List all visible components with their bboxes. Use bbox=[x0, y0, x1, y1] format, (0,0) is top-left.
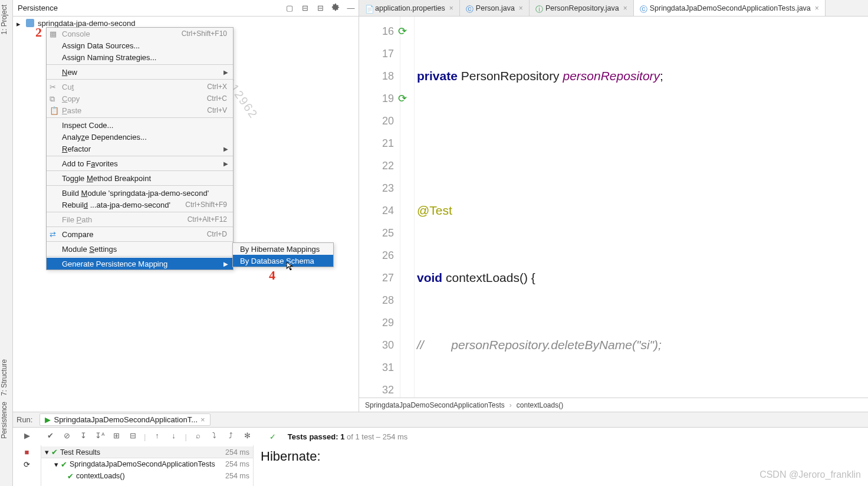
menu-item-assign-naming-strategies[interactable]: Assign Naming Strategies... bbox=[47, 51, 233, 63]
menu-separator bbox=[47, 156, 233, 156]
play-icon: ▶ bbox=[45, 415, 51, 424]
run-title-label: Run: bbox=[17, 415, 32, 424]
expander-icon[interactable]: ▸ bbox=[17, 19, 24, 27]
run-gutter-icon[interactable]: ⟳ bbox=[398, 20, 407, 42]
close-icon[interactable]: × bbox=[449, 4, 453, 12]
status-check-icon: ✓ bbox=[269, 432, 276, 441]
tree-node-class[interactable]: ▾✔SpringdataJpaDemoSecondApplicationTest… bbox=[41, 458, 253, 470]
persistence-toolwin-button[interactable]: Persistence bbox=[0, 402, 8, 439]
stop-button[interactable]: ■ bbox=[25, 448, 29, 457]
menu-item-paste[interactable]: 📋PasteCtrl+V bbox=[47, 104, 233, 116]
persistence-title: Persistence bbox=[18, 4, 282, 12]
console-output[interactable]: Hibernate: bbox=[254, 445, 868, 486]
menu-item-build-module[interactable]: Build Module 'springdata-jpa-demo-second… bbox=[47, 187, 233, 199]
test-history-button[interactable]: ⌕ bbox=[193, 431, 203, 442]
menu-item-cut[interactable]: ✂CutCtrl+X bbox=[47, 81, 233, 93]
collapse-all-button[interactable]: ⊟ bbox=[127, 431, 138, 442]
java-interface-icon: ⓘ bbox=[535, 5, 542, 12]
tab-personrepository-java[interactable]: ⓘPersonRepository.java× bbox=[530, 0, 634, 16]
dump-threads-button[interactable]: ⟳ bbox=[24, 460, 30, 469]
show-passed-button[interactable]: ✔ bbox=[45, 431, 55, 442]
structure-toolwin-button[interactable]: 7: Structure bbox=[0, 359, 8, 396]
tree-header[interactable]: ▾✔Test Results254 ms bbox=[41, 446, 253, 458]
show-ignored-button[interactable]: ⊘ bbox=[61, 431, 72, 442]
sort-button[interactable]: ↧ bbox=[78, 431, 88, 442]
menu-separator bbox=[47, 64, 233, 65]
check-icon: ✔ bbox=[67, 472, 74, 481]
chevron-right-icon: ▶ bbox=[223, 160, 228, 167]
expand-all-button[interactable]: ⊞ bbox=[111, 431, 121, 442]
fold-column[interactable] bbox=[400, 17, 415, 398]
expand-all-icon[interactable]: ⊟ bbox=[300, 3, 310, 14]
menu-item-inspect-code[interactable]: Inspect Code... bbox=[47, 119, 233, 131]
chevron-right-icon: › bbox=[509, 401, 512, 409]
run-config-tab[interactable]: ▶ SpringdataJpaDemoSecondApplicationT...… bbox=[40, 413, 210, 426]
menu-item-file-path[interactable]: File PathCtrl+Alt+F12 bbox=[47, 214, 233, 225]
submenu-persistence-mapping: By Hibernate Mappings By Database Schema bbox=[232, 242, 334, 267]
menu-item-console[interactable]: ▩ConsoleCtrl+Shift+F10 bbox=[47, 28, 233, 40]
module-name: springdata-jpa-demo-second bbox=[38, 19, 135, 28]
tab-person-java[interactable]: ⓒPerson.java× bbox=[460, 0, 530, 16]
tree-node-method[interactable]: ✔contextLoads()254 ms bbox=[41, 470, 253, 482]
submenu-item-by-database-schema[interactable]: By Database Schema bbox=[233, 255, 333, 267]
menu-separator bbox=[47, 117, 233, 118]
gear-icon[interactable] bbox=[330, 3, 341, 14]
menu-item-compare[interactable]: ⇄CompareCtrl+D bbox=[47, 228, 233, 240]
persistence-panel-header: Persistence ▢ ⊟ ⊟ — bbox=[13, 0, 359, 17]
next-test-button[interactable]: ↓ bbox=[168, 431, 179, 442]
menu-item-toggle-breakpoint[interactable]: Toggle Method Breakpoint bbox=[47, 172, 233, 184]
run-panel: Run: ▶ SpringdataJpaDemoSecondApplicatio… bbox=[13, 412, 868, 486]
module-icon bbox=[26, 19, 34, 27]
menu-separator bbox=[47, 256, 233, 257]
check-icon: ✔ bbox=[51, 448, 58, 457]
close-icon[interactable]: × bbox=[815, 4, 819, 12]
menu-item-module-settings[interactable]: Module Settings bbox=[47, 243, 233, 255]
menu-item-new[interactable]: New▶ bbox=[47, 66, 233, 78]
chevron-down-icon[interactable]: ▾ bbox=[45, 448, 49, 457]
editor-body[interactable]: 16⟳ 17 18 19⟳ 20 21 22 23 24 25 26 27 28… bbox=[359, 17, 868, 398]
compare-icon: ⇄ bbox=[50, 230, 58, 238]
rerun-button[interactable]: ▶ bbox=[22, 431, 32, 442]
copy-icon: ⧉ bbox=[50, 94, 58, 103]
editor-area: 📄application.properties× ⓒPerson.java× ⓘ… bbox=[359, 0, 868, 412]
menu-item-add-favorites[interactable]: Add to Favorites▶ bbox=[47, 157, 233, 169]
submenu-item-by-hibernate[interactable]: By Hibernate Mappings bbox=[233, 243, 333, 255]
export-tests-button[interactable]: ⤴ bbox=[226, 431, 236, 442]
chevron-right-icon: ▶ bbox=[223, 261, 228, 267]
menu-item-assign-data-sources[interactable]: Assign Data Sources... bbox=[47, 40, 233, 51]
close-icon[interactable]: × bbox=[200, 415, 205, 424]
line-number-gutter: 16⟳ 17 18 19⟳ 20 21 22 23 24 25 26 27 28… bbox=[359, 17, 400, 398]
breadcrumb-class[interactable]: SpringdataJpaDemoSecondApplicationTests bbox=[365, 401, 505, 409]
annotation-4: 4 bbox=[269, 268, 275, 283]
menu-item-analyze-deps[interactable]: Analyze Dependencies... bbox=[47, 131, 233, 143]
tab-application-properties[interactable]: 📄application.properties× bbox=[359, 0, 460, 16]
tab-tests-java[interactable]: ⓒSpringdataJpaDemoSecondApplicationTests… bbox=[634, 0, 826, 16]
editor-breadcrumb[interactable]: SpringdataJpaDemoSecondApplicationTests … bbox=[359, 398, 868, 412]
menu-item-rebuild[interactable]: Rebuild ...ata-jpa-demo-second'Ctrl+Shif… bbox=[47, 199, 233, 211]
project-toolwin-button[interactable]: 1: Project bbox=[0, 5, 8, 35]
menu-separator bbox=[47, 241, 233, 242]
chevron-right-icon: ▶ bbox=[223, 69, 228, 75]
breadcrumb-method[interactable]: contextLoads() bbox=[517, 401, 563, 409]
collapse-all-icon[interactable]: ⊟ bbox=[315, 3, 326, 14]
close-icon[interactable]: × bbox=[623, 4, 627, 12]
menu-item-generate-persistence-mapping[interactable]: Generate Persistence Mapping▶ bbox=[47, 258, 233, 270]
import-tests-button[interactable]: ⤵ bbox=[209, 431, 220, 442]
code-content[interactable]: private PersonRepository personRepositor… bbox=[415, 17, 868, 398]
java-class-icon: ⓒ bbox=[466, 5, 473, 12]
prev-test-button[interactable]: ↑ bbox=[152, 431, 162, 442]
settings-button[interactable]: ✻ bbox=[242, 431, 253, 442]
file-icon: 📄 bbox=[365, 5, 372, 12]
editor-tabs: 📄application.properties× ⓒPerson.java× ⓘ… bbox=[359, 0, 868, 17]
menu-item-copy[interactable]: ⧉CopyCtrl+C bbox=[47, 93, 233, 104]
menu-separator bbox=[47, 212, 233, 212]
menu-item-refactor[interactable]: Refactor▶ bbox=[47, 143, 233, 155]
sort-alpha-button[interactable]: ↧ᴬ bbox=[94, 431, 105, 442]
paste-icon: 📋 bbox=[50, 106, 58, 114]
select-open-icon[interactable]: ▢ bbox=[284, 3, 295, 14]
hide-icon[interactable]: — bbox=[346, 3, 356, 14]
chevron-down-icon[interactable]: ▾ bbox=[54, 460, 58, 469]
run-gutter-icon[interactable]: ⟳ bbox=[398, 87, 407, 110]
close-icon[interactable]: × bbox=[519, 4, 523, 12]
test-tree[interactable]: ▾✔Test Results254 ms ▾✔SpringdataJpaDemo… bbox=[41, 445, 254, 486]
